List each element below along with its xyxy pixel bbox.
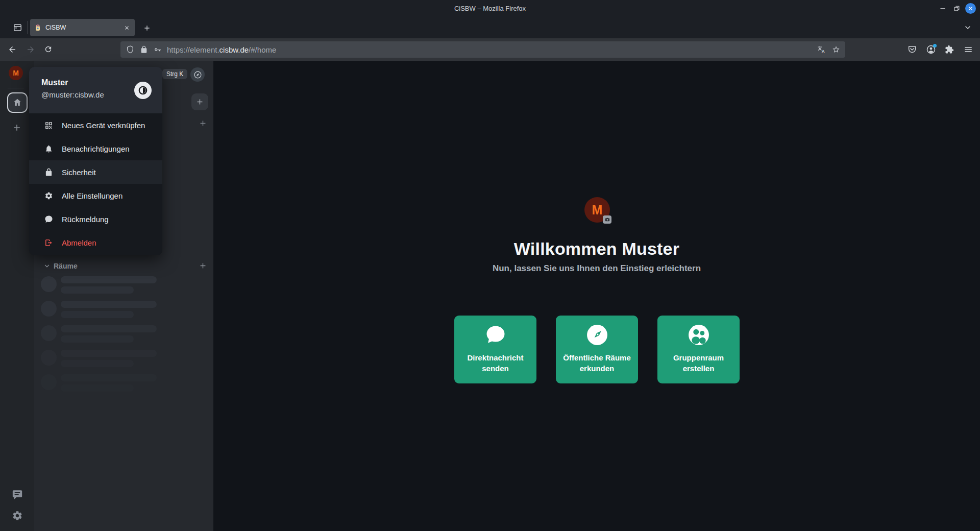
qr-code-icon <box>44 121 53 130</box>
window-title: CiSBW – Mozilla Firefox <box>0 0 980 17</box>
compass-icon <box>556 324 638 346</box>
tab-bar: CiSBW <box>0 17 980 38</box>
chat-bubble-icon <box>454 324 536 346</box>
bookmark-star-icon[interactable] <box>832 45 840 54</box>
url-bar[interactable]: https://element.cisbw.de/#/home <box>120 41 845 58</box>
room-skeleton-item <box>34 348 213 373</box>
url-text: https://element.cisbw.de/#/home <box>167 45 817 54</box>
menu-item-notifications[interactable]: Benachrichtigungen <box>29 137 162 160</box>
forward-button[interactable] <box>26 45 35 54</box>
saved-password-key-icon[interactable] <box>154 45 162 54</box>
camera-icon[interactable] <box>603 215 611 224</box>
firefox-window: CiSBW – Mozilla Firefox CiSBW http <box>0 0 980 531</box>
translate-icon[interactable] <box>817 45 825 54</box>
account-icon[interactable] <box>926 45 936 54</box>
tracking-protection-shield-icon[interactable] <box>126 45 134 54</box>
close-window-button[interactable] <box>965 3 976 14</box>
menu-item-link-new-device[interactable]: Neues Gerät verknüpfen <box>29 113 162 137</box>
welcome-heading: Willkommen Muster <box>213 239 980 259</box>
rooms-section-label: Räume <box>54 262 78 270</box>
bell-icon <box>44 144 53 153</box>
welcome-subheading: Nun, lassen Sie uns Ihnen den Einstieg e… <box>213 263 980 274</box>
user-avatar[interactable]: M <box>9 66 23 80</box>
room-skeleton-item <box>34 373 213 397</box>
new-tab-button[interactable] <box>142 23 152 33</box>
connection-lock-icon[interactable] <box>140 45 148 54</box>
user-id: @muster:cisbw.de <box>41 90 104 99</box>
firefox-view-icon[interactable] <box>12 22 23 33</box>
explore-public-rooms-button[interactable]: Öffentliche Räume erkunden <box>556 316 638 383</box>
menu-item-all-settings[interactable]: Alle Einstellungen <box>29 184 162 207</box>
room-skeleton-item <box>34 275 213 299</box>
user-display-name: Muster <box>41 78 68 87</box>
menu-item-security[interactable]: Sicherheit <box>29 160 162 184</box>
user-menu-header: Muster @muster:cisbw.de <box>29 67 162 113</box>
extensions-puzzle-icon[interactable] <box>945 45 954 54</box>
tab-close-icon[interactable] <box>122 23 131 32</box>
minimize-button[interactable] <box>937 3 948 14</box>
room-skeleton-item <box>34 299 213 324</box>
send-direct-message-button[interactable]: Direktnachricht senden <box>454 316 536 383</box>
add-room-button[interactable] <box>199 261 207 270</box>
user-menu-items: Neues Gerät verknüpfen Benachrichtigunge… <box>29 113 162 254</box>
titlebar: CiSBW – Mozilla Firefox <box>0 0 980 17</box>
threads-activity-icon[interactable] <box>12 489 23 500</box>
quick-settings-gear-icon[interactable] <box>12 510 23 521</box>
sign-out-icon <box>44 238 53 247</box>
theme-toggle-button[interactable] <box>134 82 152 99</box>
home-space-button[interactable] <box>7 92 28 113</box>
tab-favicon <box>34 24 41 31</box>
rooms-section-header[interactable]: Räume <box>43 260 204 272</box>
create-group-room-button[interactable]: Gruppenraum erstellen <box>657 316 740 383</box>
chevron-down-icon <box>43 262 51 270</box>
account-notification-dot <box>933 44 937 47</box>
home-page: M Willkommen Muster Nun, lassen Sie uns … <box>213 61 980 531</box>
reload-button[interactable] <box>44 45 53 54</box>
restore-button[interactable] <box>951 3 962 14</box>
back-button[interactable] <box>8 45 17 54</box>
compose-button[interactable] <box>191 93 208 110</box>
add-people-button[interactable] <box>199 119 207 128</box>
lock-icon <box>44 168 53 177</box>
navigation-toolbar: https://element.cisbw.de/#/home <box>0 38 980 61</box>
hamburger-menu-icon[interactable] <box>964 45 973 54</box>
tab-separator <box>27 21 28 34</box>
menu-item-feedback[interactable]: Rückmeldung <box>29 207 162 231</box>
gear-icon <box>44 191 53 200</box>
search-shortcut-badge: Strg K <box>162 69 187 79</box>
space-divider <box>8 88 24 88</box>
pocket-icon[interactable] <box>908 45 917 54</box>
menu-item-sign-out[interactable]: Abmelden <box>29 231 162 254</box>
tab-cisbw[interactable]: CiSBW <box>30 19 135 36</box>
group-icon <box>657 324 740 346</box>
tab-title: CiSBW <box>45 24 122 31</box>
chat-bubble-icon <box>44 215 53 224</box>
list-all-tabs-chevron-icon[interactable] <box>964 23 974 32</box>
explore-rooms-button[interactable] <box>190 67 205 82</box>
room-skeleton-item <box>34 324 213 348</box>
user-menu: Muster @muster:cisbw.de Neues Gerät verk… <box>29 67 162 255</box>
create-space-button[interactable] <box>12 123 22 133</box>
